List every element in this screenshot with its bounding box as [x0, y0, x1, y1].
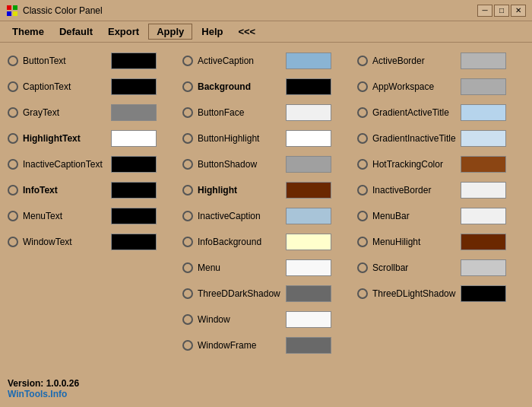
color-radio[interactable] [357, 262, 368, 273]
color-radio[interactable] [182, 133, 193, 144]
color-swatch[interactable] [286, 182, 331, 199]
color-label: HighlightText [23, 133, 106, 144]
color-swatch[interactable] [111, 182, 157, 199]
color-swatch[interactable] [461, 78, 506, 95]
list-item: ActiveBorder [357, 49, 524, 73]
color-swatch[interactable] [461, 259, 506, 276]
color-swatch[interactable] [286, 104, 331, 121]
color-label: Menu [198, 262, 281, 273]
list-item: WindowText [8, 230, 175, 254]
color-radio[interactable] [182, 107, 193, 118]
color-radio[interactable] [357, 107, 368, 118]
color-radio[interactable] [357, 288, 368, 299]
minimize-button[interactable]: ─ [477, 5, 492, 17]
color-swatch[interactable] [461, 234, 506, 250]
color-radio[interactable] [182, 81, 193, 92]
color-label: ActiveCaption [198, 56, 281, 66]
color-label: AppWorkspace [372, 81, 456, 92]
list-item: InactiveCaptionText [8, 152, 175, 176]
color-radio[interactable] [8, 133, 18, 144]
color-radio[interactable] [182, 159, 193, 170]
color-radio[interactable] [357, 56, 368, 66]
color-swatch[interactable] [461, 156, 506, 173]
color-label: MenuHilight [372, 237, 456, 247]
color-swatch[interactable] [286, 78, 331, 95]
color-label: GrayText [23, 107, 106, 118]
color-radio[interactable] [8, 107, 18, 118]
menu-help[interactable]: Help [195, 24, 229, 40]
color-swatch[interactable] [461, 208, 506, 224]
color-swatch[interactable] [286, 52, 331, 69]
color-swatch[interactable] [286, 337, 331, 354]
list-item: ButtonShadow [182, 152, 350, 176]
svg-rect-0 [7, 5, 11, 10]
color-swatch[interactable] [111, 208, 157, 224]
color-label: ThreeDDarkShadow [198, 288, 281, 299]
color-swatch[interactable] [111, 104, 157, 121]
color-label: InactiveCaption [198, 211, 281, 221]
list-item: Highlight [182, 178, 350, 202]
list-item: Background [182, 75, 350, 99]
list-item: Window [182, 307, 350, 332]
menu-export[interactable]: Export [102, 24, 145, 40]
color-label: GradientInactiveTitle [372, 133, 456, 144]
color-radio[interactable] [182, 211, 193, 221]
list-item: HotTrackingColor [357, 152, 524, 176]
menu-theme[interactable]: Theme [6, 24, 50, 40]
color-swatch[interactable] [286, 285, 331, 302]
color-radio[interactable] [182, 314, 193, 325]
color-label: InactiveCaptionText [23, 159, 106, 170]
menu-default[interactable]: Default [53, 24, 99, 40]
close-button[interactable]: ✕ [511, 5, 526, 17]
color-radio[interactable] [8, 211, 18, 221]
app-icon [6, 5, 18, 17]
color-radio[interactable] [357, 133, 368, 144]
color-radio[interactable] [182, 237, 193, 247]
color-radio[interactable] [8, 81, 18, 92]
color-swatch[interactable] [461, 182, 506, 199]
maximize-button[interactable]: □ [494, 5, 509, 17]
list-item: InfoText [8, 178, 175, 202]
list-item: ButtonText [8, 49, 175, 73]
svg-rect-3 [13, 11, 17, 16]
apply-button[interactable]: Apply [148, 24, 192, 40]
color-swatch[interactable] [286, 234, 331, 250]
color-radio[interactable] [8, 56, 18, 66]
color-radio[interactable] [357, 81, 368, 92]
color-radio[interactable] [182, 262, 193, 273]
color-swatch[interactable] [461, 104, 506, 121]
color-radio[interactable] [8, 185, 18, 196]
color-swatch[interactable] [111, 78, 157, 95]
color-label: ThreeDLightShadow [372, 288, 456, 299]
window-title: Classic Color Panel [23, 5, 477, 16]
color-radio[interactable] [357, 211, 368, 221]
column-1: ButtonTextCaptionTextGrayTextHighlightTe… [8, 49, 175, 358]
color-swatch[interactable] [111, 130, 157, 147]
color-radio[interactable] [357, 159, 368, 170]
list-item: AppWorkspace [357, 75, 524, 99]
list-item: ThreeDDarkShadow [182, 281, 350, 306]
color-radio[interactable] [182, 185, 193, 196]
color-swatch[interactable] [286, 259, 331, 276]
color-swatch[interactable] [461, 52, 506, 69]
color-swatch[interactable] [111, 234, 157, 250]
color-swatch[interactable] [286, 208, 331, 224]
color-swatch[interactable] [461, 130, 506, 147]
color-radio[interactable] [8, 159, 18, 170]
color-radio[interactable] [8, 237, 18, 247]
color-swatch[interactable] [286, 311, 331, 328]
color-radio[interactable] [182, 340, 193, 351]
color-radio[interactable] [357, 237, 368, 247]
website-link[interactable]: WinTools.Info [8, 389, 79, 399]
color-radio[interactable] [182, 288, 193, 299]
color-swatch[interactable] [111, 52, 157, 69]
color-label: HotTrackingColor [372, 159, 456, 170]
menu-nav[interactable]: <<< [232, 24, 261, 40]
color-swatch[interactable] [461, 285, 506, 302]
color-swatch[interactable] [286, 130, 331, 147]
color-swatch[interactable] [111, 156, 157, 173]
color-swatch[interactable] [286, 156, 331, 173]
color-radio[interactable] [182, 56, 193, 66]
list-item: HighlightText [8, 126, 175, 151]
color-radio[interactable] [357, 185, 368, 196]
